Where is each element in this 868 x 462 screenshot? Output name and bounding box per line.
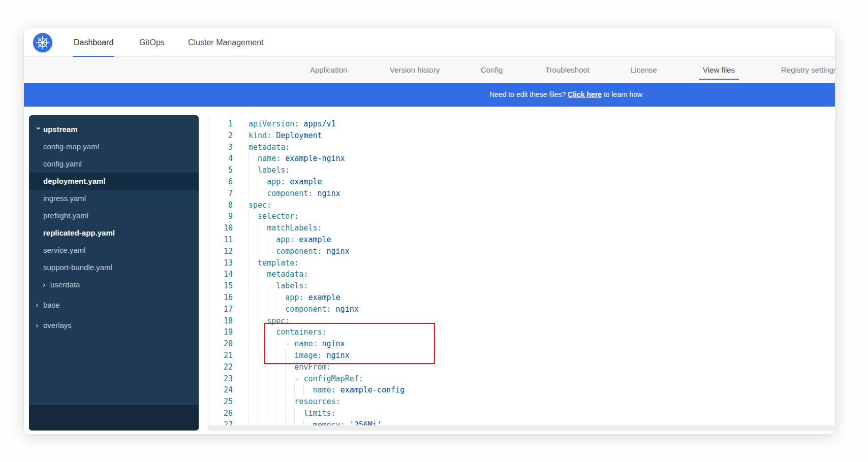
tree-file-deployment.yaml[interactable]: deployment.yaml	[29, 173, 199, 190]
line-number: 8	[208, 200, 233, 211]
line-number: 22	[208, 361, 233, 373]
code-text: name: example-nginx	[249, 153, 345, 164]
line-number: 21	[208, 350, 233, 361]
code-line: 20 - name: nginx	[208, 338, 835, 350]
header-tab-cluster-management[interactable]: Cluster Management	[187, 28, 265, 57]
tree-item-label: deployment.yaml	[43, 177, 106, 185]
subnav-tab-view-files[interactable]: View files	[703, 57, 735, 83]
code-text: metadata:	[249, 142, 290, 153]
subnav-tab-config[interactable]: Config	[481, 57, 503, 83]
tree-file-preflight.yaml[interactable]: preflight.yaml	[29, 207, 199, 224]
code-text: kind: Deployment	[249, 130, 322, 142]
line-number: 3	[208, 142, 233, 153]
code-text: app: example	[249, 234, 331, 246]
chevron-right-icon: ›	[43, 276, 49, 293]
code-text: component: nginx	[249, 188, 340, 200]
line-number: 25	[208, 396, 233, 408]
chevron-right-icon: ›	[36, 296, 42, 314]
tree-folder-overlays[interactable]: ›overlays	[29, 317, 199, 334]
line-number: 17	[208, 304, 233, 315]
line-number: 12	[208, 246, 233, 257]
code-line: 7 component: nginx	[208, 188, 835, 200]
tree-folder-userdata[interactable]: ›userdata	[29, 276, 199, 293]
code-line: 2kind: Deployment	[208, 130, 835, 142]
code-text: app: example	[249, 292, 340, 304]
header-tab-gitops[interactable]: GitOps	[138, 28, 166, 57]
subnav-tab-troubleshoot[interactable]: Troubleshoot	[545, 57, 590, 83]
line-number: 13	[208, 257, 233, 269]
code-line: 14 metadata:	[208, 269, 835, 280]
chevron-down-icon: ›	[30, 127, 47, 133]
tree-item-label: userdata	[50, 280, 80, 289]
banner-text-prefix: Need to edit these files?	[489, 90, 568, 98]
line-number: 10	[208, 222, 233, 234]
code-line: 21 image: nginx	[208, 350, 835, 361]
tree-item-label: upstream	[43, 125, 78, 134]
code-line: 18 spec:	[208, 315, 835, 327]
line-number: 15	[208, 280, 233, 292]
line-number: 6	[208, 176, 233, 188]
code-text: - name: nginx	[249, 338, 345, 350]
code-text: metadata:	[249, 269, 308, 280]
banner-message: Need to edit these files? Click here to …	[489, 83, 642, 107]
code-line: 25 resources:	[208, 396, 835, 408]
code-text: spec:	[249, 315, 290, 327]
line-number: 7	[208, 188, 233, 200]
line-number: 24	[208, 384, 233, 396]
code-text: app: example	[249, 176, 322, 188]
yaml-editor[interactable]: 1apiVersion: apps/v12kind: Deployment3me…	[208, 116, 835, 431]
tree-item-label: overlays	[43, 321, 72, 329]
line-number: 14	[208, 269, 233, 280]
code-line: 24 name: example-config	[208, 384, 835, 396]
tree-item-label: support-bundle.yaml	[43, 263, 112, 272]
line-number: 18	[208, 315, 233, 327]
code-line: 19 containers:	[208, 326, 835, 338]
subnav-tab-version-history[interactable]: Version history	[390, 57, 440, 83]
code-text: name: example-config	[249, 384, 405, 396]
tree-file-replicated-app.yaml[interactable]: replicated-app.yaml	[29, 224, 199, 242]
code-text: component: nginx	[249, 246, 350, 257]
horizontal-scrollbar[interactable]	[208, 425, 835, 430]
tree-file-ingress.yaml[interactable]: ingress.yaml	[29, 190, 199, 207]
code-text: image: nginx	[249, 350, 350, 361]
header-tab-dashboard[interactable]: Dashboard	[73, 28, 114, 57]
code-line: 3metadata:	[208, 142, 835, 153]
tree-file-service.yaml[interactable]: service.yaml	[29, 242, 199, 259]
code-line: 1apiVersion: apps/v1	[208, 118, 835, 130]
line-number: 9	[208, 211, 233, 222]
subnav-tab-application[interactable]: Application	[310, 57, 347, 83]
subnav-tab-license[interactable]: License	[631, 57, 657, 83]
code-text: template:	[249, 257, 299, 269]
code-line: 13 template:	[208, 257, 835, 269]
code-text: component: nginx	[249, 304, 359, 315]
line-number: 2	[208, 130, 233, 142]
tree-folder-upstream[interactable]: ›upstream	[29, 121, 199, 138]
tree-item-label: preflight.yaml	[43, 211, 88, 220]
tree-file-support-bundle.yaml[interactable]: support-bundle.yaml	[29, 259, 199, 276]
line-number: 11	[208, 234, 233, 246]
kubernetes-logo-icon	[33, 33, 52, 52]
code-line: 6 app: example	[208, 176, 835, 188]
code-line: 17 component: nginx	[208, 304, 835, 315]
code-line: 9 selector:	[208, 211, 835, 222]
tree-file-config.yaml[interactable]: config.yaml	[29, 155, 199, 173]
code-line: 22 envFrom:	[208, 361, 835, 373]
code-text: labels:	[249, 164, 290, 176]
banner-click-here-link[interactable]: Click here	[568, 90, 602, 98]
code-text: spec:	[249, 200, 271, 211]
code-text: selector:	[249, 211, 299, 222]
code-line: 4 name: example-nginx	[208, 153, 835, 164]
subnav-tab-registry-settings[interactable]: Registry settings	[781, 57, 835, 83]
line-number: 20	[208, 338, 233, 350]
code-text: containers:	[249, 326, 327, 338]
app-subnav: Application Version history Config Troub…	[24, 57, 835, 83]
code-text: envFrom:	[249, 361, 331, 373]
line-number: 16	[208, 292, 233, 304]
tree-item-label: config-map.yaml	[43, 142, 99, 151]
tree-folder-base[interactable]: ›base	[29, 296, 199, 314]
line-number: 26	[208, 408, 233, 419]
tree-item-label: base	[43, 301, 60, 309]
code-line: 16 app: example	[208, 292, 835, 304]
tree-file-config-map.yaml[interactable]: config-map.yaml	[29, 138, 199, 155]
file-tree: ›upstreamconfig-map.yamlconfig.yamldeplo…	[29, 115, 199, 431]
